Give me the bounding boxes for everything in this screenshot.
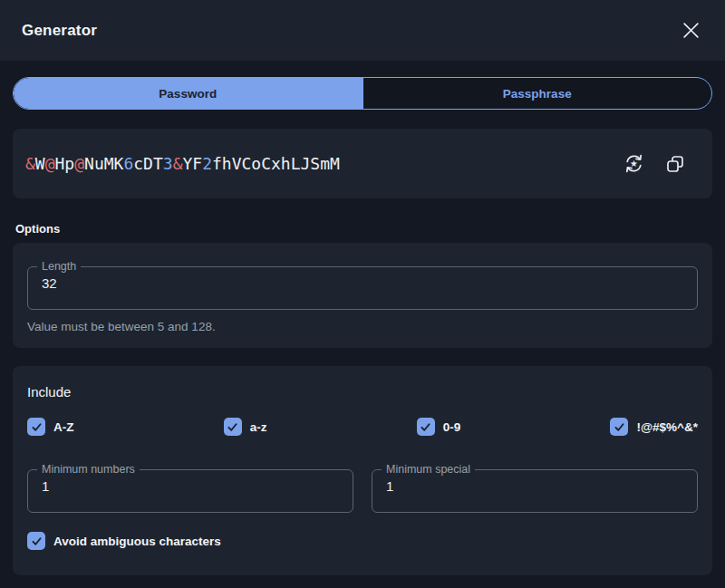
svg-text:★: ★ [630,159,638,169]
generated-password-card: &W@Hp@NuMK6cDT3&YF2fhVCoCxhLJSmM ★ [13,129,712,198]
avoid-ambiguous-checkbox[interactable] [27,532,45,550]
regenerate-icon: ★ [623,152,645,175]
checkbox-item-special[interactable]: !@#$%^&* [610,418,698,436]
lowercase-checkbox[interactable] [224,418,242,436]
checkbox-item-lowercase[interactable]: a-z [224,418,267,436]
dialog-header: Generator [0,0,725,61]
password-actions: ★ [623,152,685,175]
min-numbers-input[interactable]: 1 [42,478,49,494]
min-special-label: Minimum special [382,463,475,477]
generated-password: &W@Hp@NuMK6cDT3&YF2fhVCoCxhLJSmM [25,154,623,173]
page-title: Generator [22,22,97,40]
min-numbers-label: Minimum numbers [37,463,140,477]
special-checkbox[interactable] [610,418,628,436]
close-icon [682,21,701,40]
include-card: Include A-Z a-z [13,366,712,575]
check-icon [31,421,43,433]
uppercase-checkbox[interactable] [27,418,45,436]
min-numbers-field[interactable]: Minimum numbers 1 [27,469,353,513]
copy-button[interactable] [665,154,685,174]
tab-password[interactable]: Password [14,78,362,109]
avoid-ambiguous-label: Avoid ambiguous characters [53,535,221,548]
checkbox-item-avoid-ambiguous[interactable]: Avoid ambiguous characters [27,532,698,550]
include-heading: Include [27,384,698,400]
check-icon [614,421,625,433]
check-icon [420,421,431,433]
check-icon [227,421,238,433]
length-hint: Value must be between 5 and 128. [27,320,698,333]
minimums-row: Minimum numbers 1 Minimum special 1 [27,469,698,513]
generator-type-toggle: Password Passphrase [13,77,712,110]
numbers-label: 0-9 [443,420,461,434]
lowercase-label: a-z [250,420,267,434]
copy-icon [665,154,685,174]
checkbox-item-uppercase[interactable]: A-Z [27,418,74,436]
special-label: !@#$%^&* [636,420,698,434]
uppercase-label: A-Z [53,420,74,434]
numbers-checkbox[interactable] [417,418,435,436]
generator-content: Password Passphrase &W@Hp@NuMK6cDT3&YF2f… [0,77,725,575]
regenerate-button[interactable]: ★ [623,152,645,175]
close-button[interactable] [678,18,703,43]
include-checkbox-row: A-Z a-z 0-9 [27,418,698,436]
min-special-input[interactable]: 1 [386,478,393,494]
check-icon [31,535,43,547]
options-heading: Options [15,222,712,236]
tab-passphrase[interactable]: Passphrase [362,78,712,109]
checkbox-item-numbers[interactable]: 0-9 [417,418,461,436]
length-input[interactable]: 32 [42,275,57,291]
min-special-field[interactable]: Minimum special 1 [372,469,698,513]
options-card: Length 32 Value must be between 5 and 12… [13,243,712,348]
length-field[interactable]: Length 32 [27,266,698,310]
length-label: Length [37,260,81,274]
